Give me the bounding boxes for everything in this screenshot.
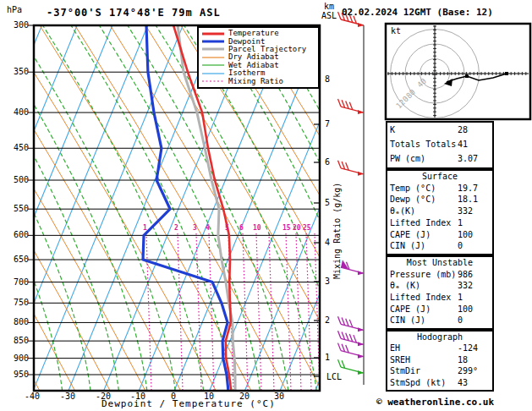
isotherm-line [69,25,218,391]
station-title: -37°00'S 174°48'E 79m ASL [47,7,221,19]
stats-row-label: PW (cm) [390,151,458,166]
legend-label: Isotherm [228,69,265,77]
stats-row-value: 1 [458,217,490,229]
pressure-tick-label: 450 [5,143,29,152]
stats-row: CAPE (J)100 [390,229,490,241]
stats-group-header: Most Unstable [390,257,490,269]
legend-swatch [202,54,224,61]
hodograph-unit-label: kt [391,26,401,36]
pressure-tick-label: 300 [5,20,29,30]
mixing-ratio-line [196,233,201,390]
mixing-ratio-value-label: 25 [303,224,311,232]
stats-row-value: 0 [458,240,490,252]
copyright-footer: © weatheronline.co.uk [376,397,494,408]
mixing-ratio-line [256,233,261,390]
mixing-ratio-value-label: 1 [143,224,147,232]
legend-item: Isotherm [202,69,315,77]
hodograph: 4080120 [386,24,530,119]
pressure-tick-label: 900 [5,353,29,363]
stats-group-header: Surface [390,171,490,183]
legend-swatch [202,78,224,85]
stats-row-label: StmDir [390,365,458,376]
mixing-ratio-line [243,233,248,390]
km-tick-label: 8 [325,74,330,84]
stats-row-value: 299° [458,365,490,376]
pressure-tick-label: 700 [5,277,29,287]
stats-row: CIN (J)0 [390,240,490,252]
legend-label: Mixing Ratio [228,78,283,85]
stats-row-value: 100 [458,229,490,241]
pressure-tick-label: 750 [5,298,29,307]
altitude-unit-km: km [324,2,334,11]
temp-tick-label: 30 [274,392,284,401]
skewt-sounding-page: 4080120 hPa -37°00'S 174°48'E 79m ASL km… [0,0,532,411]
temp-tick-label: -40 [25,392,40,401]
mixing-ratio-value-label: 2 [174,224,178,232]
wind-barb [338,316,365,332]
wind-barb [338,331,365,346]
stats-row-value: 0 [458,315,490,326]
stats-row-label: CIN (J) [390,240,458,252]
stats-row-label: Lifted Index [390,292,458,304]
temp-tick-label: 10 [204,392,214,401]
stats-box-hodograph: HodographEH-124SREH18StmDir299°StmSpd (k… [386,330,494,392]
wind-barb [338,99,365,114]
dry-adiabat-line [4,25,216,391]
stats-row-value: 100 [458,304,490,315]
stats-row-label: θₑ(K) [390,206,458,217]
mixing-ratio-value-label: 20 [293,224,301,232]
km-tick-label: 2 [325,315,330,325]
legend-label: Temperature [228,30,279,37]
stats-row-label: K [390,123,458,137]
pressure-tick-label: 600 [5,230,29,239]
stats-row: CAPE (J)100 [390,304,490,315]
stats-row-value: 332 [458,280,490,292]
stats-row: StmSpd (kt)43 [390,377,490,388]
km-tick-label: 7 [325,119,330,129]
stats-row: Dewp (°C)18.1 [390,194,490,206]
stats-row-label: Lifted Index [390,217,458,229]
stats-row: SREH18 [390,354,490,365]
legend-swatch [202,62,224,68]
stats-row-label: θₑ (K) [390,280,458,292]
mixing-ratio-value-label: 6 [239,224,244,232]
stats-row: CIN (J)0 [390,315,490,326]
stats-row-label: Temp (°C) [390,183,458,195]
temp-tick-label: -20 [96,392,111,401]
stats-row-label: EH [390,342,458,353]
legend-item: Mixing Ratio [202,77,315,85]
mixing-ratio-line [286,233,291,390]
stats-box-most-unstable: Most UnstablePressure (mb)986θₑ (K)332Li… [386,255,494,330]
stats-row-value: 3.07 [458,151,490,166]
wind-barb [338,359,365,375]
stats-row-label: CAPE (J) [390,229,458,241]
stats-row: Lifted Index1 [390,292,490,304]
stats-row: StmDir299° [390,365,490,376]
mixing-ratio-value-label: 10 [253,224,261,232]
temp-tick-label: 0 [171,392,176,401]
temp-tick-label: 20 [239,392,250,401]
stats-row: Temp (°C)19.7 [390,183,490,195]
stats-row: PW (cm)3.07 [390,151,490,166]
stats-row-label: CIN (J) [390,315,458,326]
stats-row: θₑ (K)332 [390,280,490,292]
stats-row-label: SREH [390,354,458,365]
stats-row: Totals Totals41 [390,137,490,151]
pressure-tick-label: 550 [5,204,29,213]
legend-swatch [202,38,224,45]
pressure-tick-label: 350 [5,67,29,76]
stats-row: EH-124 [390,342,490,353]
stats-row-label: Totals Totals [390,137,458,151]
stats-row-value: 18 [458,354,490,365]
datetime-label: 02.02.2024 12GMT (Base: 12) [342,7,493,18]
pressure-tick-label: 950 [5,370,29,379]
mixing-ratio-line [269,233,274,390]
legend-label: Dry Adiabat [228,53,279,61]
legend-box: TemperatureDewpointParcel TrajectoryDry … [197,26,320,89]
stats-row-value: 19.7 [458,183,490,195]
pressure-tick-label: 500 [5,175,29,184]
mixing-ratio-line [209,233,214,390]
km-tick-label: 5 [325,198,330,207]
mixing-ratio-axis-label: Mixing Ratio (g/kg) [332,183,342,279]
stats-row-label: Pressure (mb) [390,269,458,281]
